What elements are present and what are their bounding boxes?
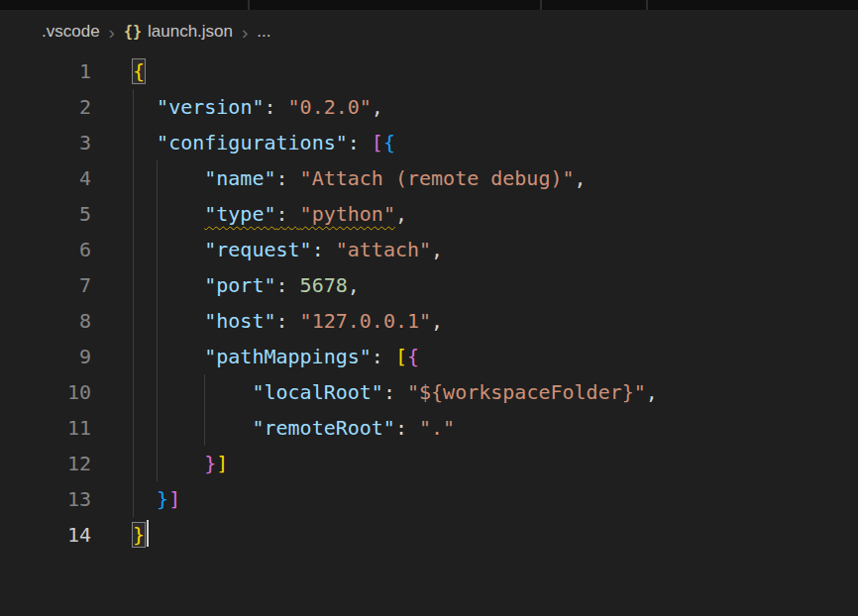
code-text[interactable]: "version": "0.2.0", bbox=[91, 89, 383, 125]
code-token: : bbox=[276, 202, 300, 226]
code-token: , bbox=[395, 202, 407, 226]
code-token: , bbox=[348, 273, 360, 297]
code-line: 13 }] bbox=[0, 481, 858, 517]
code-token bbox=[133, 166, 204, 190]
code-token bbox=[133, 416, 252, 440]
code-token bbox=[133, 345, 204, 368]
code-token: : bbox=[264, 95, 287, 119]
code-token: "request" bbox=[204, 238, 311, 261]
code-line: 12 }] bbox=[0, 446, 858, 481]
code-text[interactable]: "host": "127.0.0.1", bbox=[91, 303, 443, 339]
code-text[interactable]: "remoteRoot": "." bbox=[91, 410, 455, 446]
matched-bracket: } bbox=[133, 523, 145, 547]
code-area[interactable]: 1{2 "version": "0.2.0",3 "configurations… bbox=[0, 53, 858, 553]
code-line: 9 "pathMappings": [{ bbox=[0, 339, 858, 374]
code-token: "." bbox=[419, 416, 455, 440]
code-token bbox=[133, 487, 157, 511]
breadcrumb-item[interactable]: launch.json bbox=[148, 22, 233, 42]
code-line: 11 "remoteRoot": "." bbox=[0, 410, 858, 446]
code-token: "configurations" bbox=[157, 131, 348, 154]
line-number[interactable]: 1 bbox=[0, 53, 91, 89]
line-number[interactable]: 4 bbox=[0, 160, 91, 196]
tab-bar bbox=[0, 0, 858, 10]
code-token: } bbox=[157, 487, 168, 511]
code-line: 1{ bbox=[0, 53, 858, 89]
code-token bbox=[133, 238, 204, 261]
code-line: 8 "host": "127.0.0.1", bbox=[0, 303, 858, 339]
code-token: : bbox=[395, 416, 419, 440]
code-token bbox=[133, 309, 204, 333]
code-token: "remoteRoot" bbox=[252, 416, 395, 440]
code-token: "type" bbox=[204, 202, 275, 226]
text-cursor bbox=[147, 520, 149, 547]
line-number[interactable]: 7 bbox=[0, 267, 91, 303]
breadcrumb: .vscode›{}launch.json›... bbox=[0, 10, 858, 53]
line-number[interactable]: 6 bbox=[0, 232, 91, 267]
code-text[interactable]: "configurations": [{ bbox=[91, 125, 395, 160]
code-token: , bbox=[431, 238, 443, 261]
code-token bbox=[133, 452, 204, 475]
code-token: , bbox=[646, 380, 658, 404]
line-number[interactable]: 10 bbox=[0, 374, 91, 410]
breadcrumb-item[interactable]: ... bbox=[257, 22, 270, 42]
code-text[interactable]: { bbox=[91, 53, 145, 89]
line-number[interactable]: 8 bbox=[0, 303, 91, 339]
code-token: : bbox=[312, 238, 336, 261]
code-token: : bbox=[276, 166, 300, 190]
line-number[interactable]: 3 bbox=[0, 125, 91, 160]
code-token: { bbox=[383, 131, 395, 154]
code-token: { bbox=[407, 345, 419, 368]
code-text[interactable]: "request": "attach", bbox=[91, 232, 443, 267]
vscode-editor-window: .vscode›{}launch.json›... 1{2 "version":… bbox=[0, 0, 858, 616]
code-token bbox=[133, 131, 157, 154]
line-number[interactable]: 14 bbox=[0, 517, 91, 553]
code-text[interactable]: }] bbox=[91, 481, 180, 517]
code-token: "python" bbox=[300, 202, 395, 226]
code-token: "pathMappings" bbox=[204, 345, 372, 368]
code-text[interactable]: "localRoot": "${workspaceFolder}", bbox=[91, 374, 658, 410]
code-token: : bbox=[372, 345, 395, 368]
line-number[interactable]: 13 bbox=[0, 481, 91, 517]
json-file-icon: {} bbox=[124, 23, 142, 41]
code-text[interactable]: "name": "Attach (remote debug)", bbox=[91, 160, 587, 196]
line-number[interactable]: 2 bbox=[0, 89, 91, 125]
code-text[interactable]: "pathMappings": [{ bbox=[91, 339, 419, 374]
code-token bbox=[133, 202, 204, 226]
code-line: 2 "version": "0.2.0", bbox=[0, 89, 858, 125]
code-token: , bbox=[372, 95, 383, 119]
code-line: 10 "localRoot": "${workspaceFolder}", bbox=[0, 374, 858, 410]
code-token: } bbox=[204, 452, 216, 475]
code-token: "127.0.0.1" bbox=[300, 309, 431, 333]
breadcrumb-item[interactable]: .vscode bbox=[42, 22, 100, 42]
code-token: "version" bbox=[157, 95, 264, 119]
code-line: 3 "configurations": [{ bbox=[0, 125, 858, 160]
line-number[interactable]: 9 bbox=[0, 339, 91, 374]
code-text[interactable]: } bbox=[91, 517, 149, 553]
code-token bbox=[133, 95, 157, 119]
tab-divider bbox=[540, 0, 542, 10]
line-number[interactable]: 5 bbox=[0, 196, 91, 232]
code-text[interactable]: "type": "python", bbox=[91, 196, 407, 232]
code-token: [ bbox=[395, 345, 407, 368]
tab-divider bbox=[646, 0, 648, 10]
code-token: : bbox=[348, 131, 372, 154]
code-line: 7 "port": 5678, bbox=[0, 267, 858, 303]
breadcrumb-separator-icon: › bbox=[242, 23, 248, 42]
code-token: ] bbox=[216, 452, 228, 475]
code-token: : bbox=[276, 273, 300, 297]
code-line: 14} bbox=[0, 517, 858, 553]
code-token: "Attach (remote debug)" bbox=[300, 166, 575, 190]
code-token: : bbox=[276, 309, 300, 333]
tab-divider bbox=[248, 0, 250, 10]
line-number[interactable]: 12 bbox=[0, 446, 91, 481]
code-token: "port" bbox=[204, 273, 275, 297]
code-token: "host" bbox=[204, 309, 275, 333]
code-token: "0.2.0" bbox=[288, 95, 372, 119]
code-token: 5678 bbox=[300, 273, 348, 297]
code-line: 4 "name": "Attach (remote debug)", bbox=[0, 160, 858, 196]
warning-squiggle: "type": "python" bbox=[204, 202, 395, 226]
code-text[interactable]: }] bbox=[91, 446, 228, 481]
code-text[interactable]: "port": 5678, bbox=[91, 267, 360, 303]
code-token: ] bbox=[168, 487, 180, 511]
line-number[interactable]: 11 bbox=[0, 410, 91, 446]
